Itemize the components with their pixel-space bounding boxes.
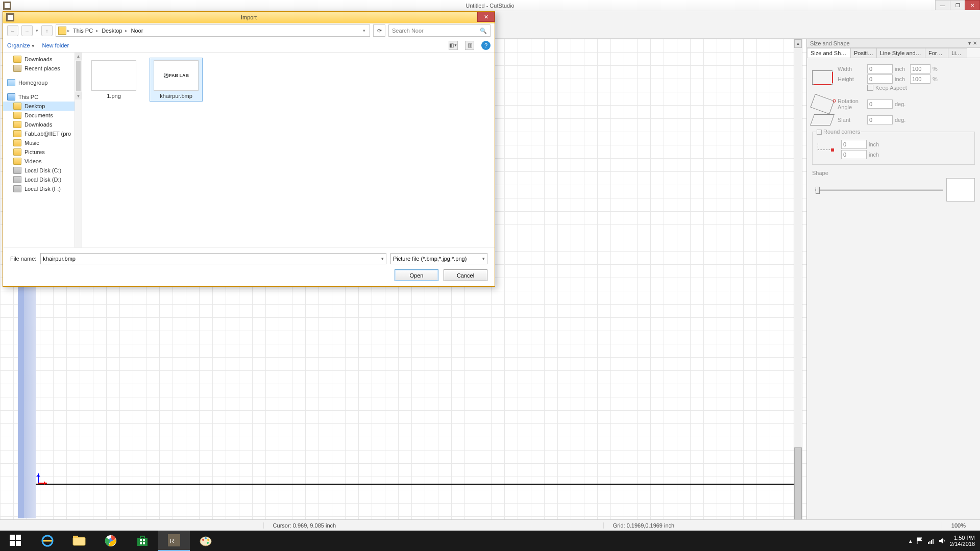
nav-up-button[interactable]: ↑ (41, 25, 53, 36)
app-titlebar: Untitled - CutStudio — ❐ ✕ (0, 0, 980, 11)
rc1-input[interactable]: 0 (841, 140, 867, 149)
tab-size-and-shape[interactable]: Size and Shape (807, 48, 851, 58)
panel-pin-icon[interactable]: ▾ (968, 40, 971, 46)
organize-button[interactable]: Organize▼ (7, 42, 35, 48)
dialog-close-button[interactable]: ✕ (477, 12, 495, 22)
tree-documents[interactable]: Documents (3, 111, 82, 120)
cancel-button[interactable]: Cancel (444, 269, 487, 281)
dialog-titlebar[interactable]: Import ✕ (3, 12, 495, 23)
taskbar-cutstudio[interactable]: R (158, 531, 190, 551)
tree-recent[interactable]: Recent places (3, 64, 82, 73)
tree-videos[interactable]: Videos (3, 157, 82, 166)
tree-f[interactable]: Local Disk (F:) (3, 184, 82, 193)
taskbar-chrome[interactable] (95, 531, 127, 551)
tree-pictures[interactable]: Pictures (3, 147, 82, 157)
height-pct-input[interactable]: 100 (910, 74, 930, 84)
chevron-right-icon[interactable]: ▸ (125, 28, 128, 33)
minimize-button[interactable]: — (935, 0, 950, 10)
statusbar: Cursor: 0.969, 9.085 inch Grid: 0.1969,0… (0, 519, 980, 531)
tree-downloads2[interactable]: Downloads (3, 120, 82, 129)
tray-flag-icon[interactable] (916, 537, 923, 544)
nav-back-button[interactable]: ← (7, 25, 18, 36)
import-dialog: Import ✕ ← → ▾ ↑ ▸ This PC ▸ Desktop ▸ N… (3, 11, 495, 287)
search-input[interactable]: Search Noor 🔍 (388, 24, 491, 37)
app-close-button[interactable]: ✕ (965, 0, 980, 10)
crumb-dropdown-icon[interactable]: ▾ (361, 28, 368, 33)
width-input[interactable]: 0 (867, 64, 893, 73)
filename-input[interactable]: khairpur.bmp▾ (40, 253, 386, 264)
maximize-button[interactable]: ❐ (950, 0, 965, 10)
taskbar-store[interactable] (127, 531, 158, 551)
rc2-input[interactable]: 0 (841, 150, 867, 159)
round-corner-icon (816, 142, 836, 157)
refresh-button[interactable]: ⟳ (373, 24, 385, 37)
file-item[interactable]: ⚽FAB LAB khairpur.bmp (150, 58, 203, 102)
system-tray[interactable]: ▴ 1:50 PM 2/14/2018 (904, 535, 980, 547)
keep-aspect-checkbox[interactable] (867, 85, 873, 91)
open-button[interactable]: Open (395, 269, 438, 281)
tree-d[interactable]: Local Disk (D:) (3, 175, 82, 184)
nav-history-icon[interactable]: ▾ (36, 28, 38, 33)
tray-clock[interactable]: 1:50 PM 2/14/2018 (950, 535, 975, 547)
tree-c[interactable]: Local Disk (C:) (3, 166, 82, 175)
vscroll-thumb[interactable] (794, 447, 802, 521)
breadcrumb[interactable]: ▸ This PC ▸ Desktop ▸ Noor ▾ (56, 24, 370, 37)
status-zoom: 100% (942, 522, 975, 529)
tray-network-icon[interactable] (927, 537, 935, 544)
panel-close-icon[interactable]: ✕ (973, 40, 977, 46)
height-label: Height (838, 76, 867, 82)
svg-rect-26 (929, 541, 930, 544)
deg-unit2: deg. (895, 117, 910, 123)
svg-rect-1 (5, 3, 10, 8)
svg-rect-13 (137, 538, 148, 546)
crumb-desktop[interactable]: Desktop (100, 28, 124, 34)
shape-slider[interactable] (815, 189, 943, 191)
svg-point-24 (207, 542, 209, 544)
tree-thispc[interactable]: This PC (3, 92, 82, 102)
tree-downloads[interactable]: Downloads (3, 55, 82, 64)
folder-tree[interactable]: Downloads Recent places Homegroup This P… (3, 53, 82, 247)
crumb-noor[interactable]: Noor (129, 28, 145, 34)
tree-desktop[interactable]: Desktop (3, 102, 82, 111)
search-placeholder: Search Noor (392, 28, 424, 34)
tray-up-icon[interactable]: ▴ (909, 538, 912, 544)
tab-format[interactable]: Format (925, 48, 948, 58)
tray-volume-icon[interactable] (939, 537, 946, 544)
help-button[interactable]: ? (481, 41, 491, 50)
tree-fablab[interactable]: FabLab@IIET (pro (3, 129, 82, 138)
rotation-input[interactable]: 0 (867, 99, 893, 109)
view-preview-button[interactable]: ▥ (465, 41, 474, 50)
tree-scrollbar[interactable]: ▲▼ (75, 53, 82, 247)
nav-forward-button[interactable]: → (21, 25, 33, 36)
taskbar[interactable]: R ▴ 1:50 PM 2/14/2018 (0, 531, 980, 551)
width-pct-input[interactable]: 100 (910, 64, 930, 73)
panel-tabs: Size and Shape Position Line Style and C… (807, 48, 980, 58)
tree-music[interactable]: Music (3, 138, 82, 147)
keep-aspect-label: Keep Aspect (875, 85, 907, 91)
round-corners-checkbox[interactable] (817, 130, 822, 135)
height-input[interactable]: 0 (867, 74, 893, 84)
taskbar-paint[interactable] (190, 531, 222, 551)
tree-homegroup[interactable]: Homegroup (3, 78, 82, 87)
tab-line-style[interactable]: Line Style and C... (876, 48, 925, 58)
tray-date: 2/14/2018 (950, 541, 975, 547)
vertical-scrollbar[interactable]: ▲ ▼ (794, 39, 802, 531)
scroll-up-icon[interactable]: ▲ (794, 39, 802, 48)
round-corners-group: Round corners 0inch 0inch (812, 129, 975, 165)
new-folder-button[interactable]: New folder (42, 42, 69, 48)
file-item[interactable]: 1.png (87, 58, 140, 102)
file-list[interactable]: 1.png ⚽FAB LAB khairpur.bmp (82, 53, 495, 247)
crumb-thispc[interactable]: This PC (71, 28, 95, 34)
chevron-right-icon[interactable]: ▸ (96, 28, 99, 33)
rect-icon (812, 70, 832, 85)
taskbar-explorer[interactable] (63, 531, 95, 551)
start-button[interactable] (0, 531, 32, 551)
filetype-select[interactable]: Picture file (*.bmp;*.jpg;*.png)▾ (390, 253, 487, 264)
svg-rect-6 (10, 541, 15, 546)
tab-position[interactable]: Position (850, 48, 877, 58)
view-thumb-button[interactable]: ◧▼ (449, 41, 458, 50)
tab-links[interactable]: Links (948, 48, 967, 58)
slant-input[interactable]: 0 (867, 115, 893, 124)
taskbar-ie[interactable] (32, 531, 63, 551)
chevron-right-icon[interactable]: ▸ (67, 28, 70, 33)
